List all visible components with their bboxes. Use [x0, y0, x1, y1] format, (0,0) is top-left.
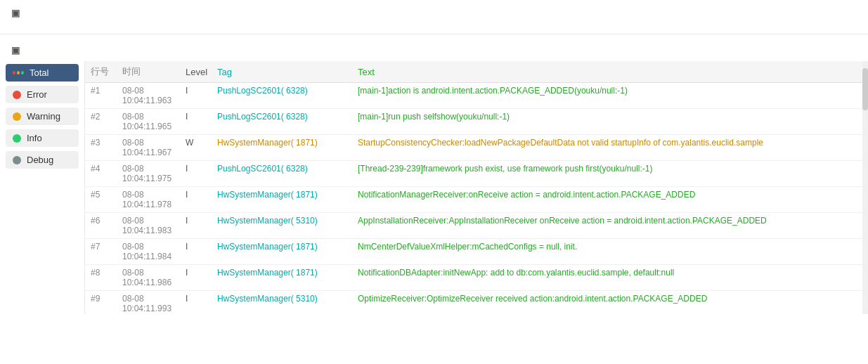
col-header-text: Text: [352, 61, 862, 83]
cell-text: NmCenterDefValueXmlHelper:mCachedConfigs…: [352, 239, 862, 265]
cell-num: #4: [85, 161, 117, 187]
cell-tag: HwSystemManager( 5310): [212, 213, 352, 239]
cell-level: I: [180, 213, 212, 239]
cell-tag: PushLogSC2601( 6328): [212, 83, 352, 109]
exception-section: ▣: [0, 0, 868, 34]
cell-num: #9: [85, 291, 117, 315]
logcat-section: ▣ Total Error Warning: [0, 39, 868, 314]
cell-num: #2: [85, 109, 117, 135]
filter-total-button[interactable]: Total: [6, 64, 79, 82]
filter-error-label: Error: [27, 89, 47, 100]
cell-num: #5: [85, 187, 117, 213]
cell-tag: HwSystemManager( 1871): [212, 135, 352, 161]
table-row: #4 08-0810:04:11.975 I PushLogSC2601( 63…: [85, 161, 862, 187]
table-row: #9 08-0810:04:11.993 I HwSystemManager( …: [85, 291, 862, 315]
cell-time: 08-0810:04:11.975: [117, 161, 180, 187]
table-header-row: 行号 时间 Level Tag Text: [85, 61, 862, 83]
filter-debug-label: Debug: [27, 155, 53, 165]
cell-time: 08-0810:04:11.967: [117, 135, 180, 161]
logcat-icon: ▣: [10, 44, 21, 56]
exception-header: ▣: [0, 0, 868, 22]
cell-time: 08-0810:04:11.986: [117, 265, 180, 291]
table-row: #6 08-0810:04:11.983 I HwSystemManager( …: [85, 213, 862, 239]
cell-num: #6: [85, 213, 117, 239]
table-row: #7 08-0810:04:11.984 I HwSystemManager( …: [85, 239, 862, 265]
cell-level: I: [180, 83, 212, 109]
info-dot: [13, 134, 21, 143]
exception-icon: ▣: [10, 7, 21, 18]
no-exception-text: [0, 22, 868, 34]
scrollbar-thumb[interactable]: [862, 68, 868, 110]
cell-text: [main-1]action is android.intent.action.…: [352, 83, 862, 109]
table-row: #1 08-0810:04:11.963 I PushLogSC2601( 63…: [85, 83, 862, 109]
col-header-level: Level: [180, 61, 212, 83]
cell-tag: HwSystemManager( 1871): [212, 239, 352, 265]
error-dot: [13, 91, 21, 99]
cell-time: 08-0810:04:11.965: [117, 109, 180, 135]
cell-tag: HwSystemManager( 1871): [212, 187, 352, 213]
filter-debug-button[interactable]: Debug: [6, 151, 79, 169]
cell-text: StartupConsistencyChecker:loadNewPackage…: [352, 135, 862, 161]
cell-tag: PushLogSC2601( 6328): [212, 161, 352, 187]
scrollbar-track: [862, 61, 868, 314]
table-row: #2 08-0810:04:11.965 I PushLogSC2601( 63…: [85, 109, 862, 135]
log-table-container[interactable]: 行号 时间 Level Tag Text #1 08-0810:04:11.96…: [84, 61, 862, 314]
cell-num: #7: [85, 239, 117, 265]
filter-sidebar: Total Error Warning Info Debug: [0, 61, 84, 314]
log-table: 行号 时间 Level Tag Text #1 08-0810:04:11.96…: [85, 61, 862, 314]
table-row: #5 08-0810:04:11.978 I HwSystemManager( …: [85, 187, 862, 213]
filter-total-label: Total: [30, 67, 48, 78]
total-dot-multi: [13, 69, 24, 77]
logcat-body: Total Error Warning Info Debug: [0, 61, 868, 314]
section-divider: [0, 34, 868, 34]
cell-tag: HwSystemManager( 1871): [212, 265, 352, 291]
cell-text: OptimizeReceiver:OptimizeReceiver receiv…: [352, 291, 862, 315]
cell-level: W: [180, 135, 212, 161]
col-header-time: 时间: [117, 61, 180, 83]
cell-num: #8: [85, 265, 117, 291]
table-row: #8 08-0810:04:11.986 I HwSystemManager( …: [85, 265, 862, 291]
cell-tag: PushLogSC2601( 6328): [212, 109, 352, 135]
table-row: #3 08-0810:04:11.967 W HwSystemManager( …: [85, 135, 862, 161]
cell-text: [Thread-239-239]framework push exist, us…: [352, 161, 862, 187]
cell-time: 08-0810:04:11.963: [117, 83, 180, 109]
cell-text: NotificationManagerReceiver:onReceive ac…: [352, 187, 862, 213]
cell-time: 08-0810:04:11.983: [117, 213, 180, 239]
cell-text: AppInstallationReceiver:AppInstallationR…: [352, 213, 862, 239]
filter-warning-button[interactable]: Warning: [6, 108, 79, 125]
cell-text: NotificationDBAdapter:initNewApp: add to…: [352, 265, 862, 291]
filter-info-label: Info: [27, 133, 42, 143]
filter-warning-label: Warning: [27, 111, 60, 122]
cell-time: 08-0810:04:11.978: [117, 187, 180, 213]
filter-info-button[interactable]: Info: [6, 129, 79, 147]
filter-error-button[interactable]: Error: [6, 86, 79, 103]
col-header-num: 行号: [85, 61, 117, 83]
cell-time: 08-0810:04:11.993: [117, 291, 180, 315]
warning-dot: [13, 112, 21, 121]
cell-level: I: [180, 291, 212, 315]
cell-num: #3: [85, 135, 117, 161]
cell-tag: HwSystemManager( 5310): [212, 291, 352, 315]
logcat-header: ▣: [0, 39, 868, 61]
cell-level: I: [180, 109, 212, 135]
cell-level: I: [180, 187, 212, 213]
cell-level: I: [180, 265, 212, 291]
cell-num: #1: [85, 83, 117, 109]
cell-level: I: [180, 239, 212, 265]
cell-level: I: [180, 161, 212, 187]
cell-text: [main-1]run push selfshow(youku/null:-1): [352, 109, 862, 135]
cell-time: 08-0810:04:11.984: [117, 239, 180, 265]
debug-dot: [13, 156, 21, 164]
col-header-tag: Tag: [212, 61, 352, 83]
